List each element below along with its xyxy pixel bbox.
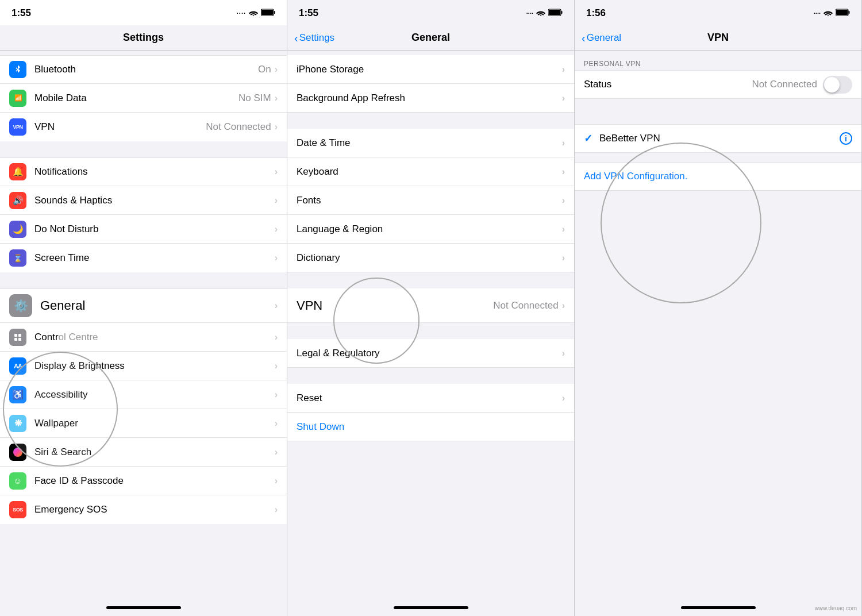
settings-list-1[interactable]: Bluetooth On › 📶 Mobile Data No SIM › VP… xyxy=(0,51,287,599)
general-item-iphone-storage[interactable]: iPhone Storage › xyxy=(287,55,574,84)
general-item-dictionary[interactable]: Dictionary › xyxy=(287,244,574,272)
display-chevron: › xyxy=(275,361,278,371)
control-centre-icon xyxy=(9,329,26,346)
mobile-data-value: No SIM xyxy=(238,93,271,104)
svg-rect-3 xyxy=(14,334,17,337)
language-label: Language & Region xyxy=(297,224,562,235)
faceid-chevron: › xyxy=(275,476,278,486)
bluetooth-value: On xyxy=(258,64,271,75)
signal-icon-2: ···· xyxy=(526,10,533,17)
dictionary-label: Dictionary xyxy=(297,252,562,264)
nav-title-2: General xyxy=(411,32,450,44)
settings-item-bluetooth[interactable]: Bluetooth On › xyxy=(0,55,287,84)
wifi-icon-2 xyxy=(536,9,545,18)
accessibility-label: Accessibility xyxy=(34,389,275,401)
status-time-1: 1:55 xyxy=(11,7,31,19)
date-time-chevron: › xyxy=(562,138,565,148)
sounds-icon: 🔊 xyxy=(9,192,26,209)
accessibility-chevron: › xyxy=(275,390,278,400)
panel-vpn: 1:56 ···· ‹ General VPN PERSONAL VPN Sta… xyxy=(575,0,862,616)
panel-general: 1:55 ···· ‹ Settings General iPhone Stor… xyxy=(287,0,575,616)
home-indicator-2 xyxy=(287,599,574,616)
settings-item-faceid[interactable]: ☺ Face ID & Passcode › xyxy=(0,467,287,495)
svg-rect-4 xyxy=(18,334,21,337)
settings-list-3[interactable]: PERSONAL VPN Status Not Connected ✓ BeBe… xyxy=(575,51,861,599)
general-item-vpn[interactable]: VPN Not Connected › xyxy=(287,288,574,323)
general-vpn-label: VPN xyxy=(297,298,493,313)
settings-item-general[interactable]: ⚙️ General › xyxy=(0,288,287,323)
general-icon: ⚙️ xyxy=(9,294,32,317)
settings-item-display[interactable]: AA Display & Brightness › xyxy=(0,352,287,380)
vpn-checkmark: ✓ xyxy=(584,132,592,145)
settings-item-accessibility[interactable]: ♿ Accessibility › xyxy=(0,380,287,409)
vpn-info-button[interactable]: i xyxy=(840,132,852,145)
settings-item-wallpaper[interactable]: ❋ Wallpaper › xyxy=(0,409,287,438)
nav-bar-2: ‹ Settings General xyxy=(287,25,574,51)
iphone-storage-label: iPhone Storage xyxy=(297,64,562,75)
settings-item-vpn[interactable]: VPN VPN Not Connected › xyxy=(0,113,287,141)
vpn-status-row: Status Not Connected xyxy=(575,70,861,99)
wifi-icon-3 xyxy=(823,9,833,18)
general-label: General xyxy=(40,298,275,313)
general-item-date-time[interactable]: Date & Time › xyxy=(287,129,574,157)
control-centre-chevron: › xyxy=(275,332,278,342)
vpn-value: Not Connected xyxy=(206,121,271,133)
vpn-toggle[interactable] xyxy=(823,76,852,94)
general-section-legal: Legal & Regulatory › xyxy=(287,339,574,368)
shutdown-label: Shut Down xyxy=(297,421,565,433)
nav-back-3[interactable]: ‹ General xyxy=(582,32,621,44)
general-item-fonts[interactable]: Fonts › xyxy=(287,186,574,215)
general-item-keyboard[interactable]: Keyboard › xyxy=(287,157,574,186)
add-vpn-row[interactable]: Add VPN Configuration. xyxy=(575,162,861,191)
vpn-entry-row[interactable]: ✓ BeBetter VPN i xyxy=(575,124,861,153)
nav-back-2[interactable]: ‹ Settings xyxy=(294,32,334,44)
settings-item-dnd[interactable]: 🌙 Do Not Disturb › xyxy=(0,215,287,244)
display-icon: AA xyxy=(9,357,26,375)
screen-time-chevron: › xyxy=(275,253,278,263)
settings-item-screen-time[interactable]: ⌛ Screen Time › xyxy=(0,244,287,272)
settings-item-notifications[interactable]: 🔔 Notifications › xyxy=(0,157,287,186)
general-item-background-refresh[interactable]: Background App Refresh › xyxy=(287,84,574,113)
battery-icon-2 xyxy=(548,9,563,18)
settings-item-sounds[interactable]: 🔊 Sounds & Haptics › xyxy=(0,186,287,215)
bluetooth-chevron: › xyxy=(275,64,278,75)
status-bar-3: 1:56 ···· xyxy=(575,0,861,25)
svg-rect-12 xyxy=(836,10,848,15)
faceid-icon: ☺ xyxy=(9,472,26,490)
nav-title-3: VPN xyxy=(707,32,729,44)
faceid-label: Face ID & Passcode xyxy=(34,475,275,487)
vpn-label: VPN xyxy=(34,121,206,133)
keyboard-chevron: › xyxy=(562,167,565,177)
sounds-label: Sounds & Haptics xyxy=(34,195,275,206)
notifications-chevron: › xyxy=(275,167,278,177)
settings-item-mobile-data[interactable]: 📶 Mobile Data No SIM › xyxy=(0,84,287,113)
general-item-legal[interactable]: Legal & Regulatory › xyxy=(287,339,574,368)
fonts-label: Fonts xyxy=(297,195,562,206)
vpn-icon: VPN xyxy=(9,118,26,136)
svg-point-7 xyxy=(13,448,22,457)
general-item-shutdown[interactable]: Shut Down xyxy=(287,413,574,441)
panel-settings: 1:55 ···· Settings Bluetooth On › xyxy=(0,0,287,616)
general-vpn-chevron: › xyxy=(562,301,565,311)
settings-item-control-centre[interactable]: Control Centre › xyxy=(0,323,287,352)
dictionary-chevron: › xyxy=(562,253,565,263)
add-vpn-label: Add VPN Configuration. xyxy=(584,171,852,182)
wallpaper-chevron: › xyxy=(275,418,278,429)
iphone-storage-chevron: › xyxy=(562,64,565,75)
settings-list-2[interactable]: iPhone Storage › Background App Refresh … xyxy=(287,51,574,599)
sos-icon: SOS xyxy=(9,501,26,518)
general-item-language[interactable]: Language & Region › xyxy=(287,215,574,244)
sos-label: Emergency SOS xyxy=(34,504,275,515)
general-section-2: Date & Time › Keyboard › Fonts › Languag… xyxy=(287,129,574,272)
status-time-3: 1:56 xyxy=(586,7,606,19)
status-icons-2: ···· xyxy=(526,9,563,18)
nav-back-label-3: General xyxy=(587,32,621,44)
mobile-data-label: Mobile Data xyxy=(34,93,238,104)
general-item-reset[interactable]: Reset › xyxy=(287,384,574,413)
notifications-label: Notifications xyxy=(34,166,275,178)
dnd-chevron: › xyxy=(275,224,278,234)
notifications-icon: 🔔 xyxy=(9,163,26,180)
settings-item-sos[interactable]: SOS Emergency SOS › xyxy=(0,495,287,524)
settings-item-siri[interactable]: Siri & Search › xyxy=(0,438,287,467)
watermark: www.deuaq.com xyxy=(815,605,857,611)
